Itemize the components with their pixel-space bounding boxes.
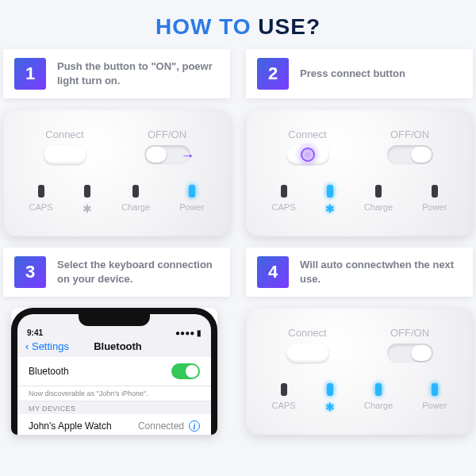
bluetooth-icon: ✱ xyxy=(325,202,335,215)
caps-indicator: CAPS xyxy=(29,185,53,215)
bluetooth-indicator: ✱ xyxy=(325,185,335,215)
connect-label: Connect xyxy=(286,327,329,339)
connect-button[interactable] xyxy=(286,344,329,363)
power-control: OFF/ON → xyxy=(144,129,190,164)
step-4-text: Will auto connectwhen the next use. xyxy=(300,258,462,286)
step-number-3: 3 xyxy=(14,256,46,288)
power-indicator: Power xyxy=(422,185,447,215)
phone-frame xyxy=(11,308,217,435)
title-part1: HOW TO xyxy=(155,14,258,39)
power-switch[interactable]: → xyxy=(144,145,190,164)
title-part2: USE? xyxy=(258,14,321,39)
arrow-right-icon: → xyxy=(181,148,195,164)
connect-label: Connect xyxy=(44,129,86,140)
bluetooth-indicator: ✱ xyxy=(83,185,92,215)
connect-label: Connect xyxy=(286,129,329,140)
charge-indicator: Charge xyxy=(364,185,393,215)
device-panel-step4: Connect OFF/ON CAPS ✱ Charge Power xyxy=(246,308,473,435)
connect-button[interactable] xyxy=(44,145,86,164)
power-indicator: Power xyxy=(422,383,447,413)
page-title: HOW TO USE? xyxy=(0,0,476,49)
connect-control: Connect xyxy=(44,129,86,164)
step-3-header: 3 Select the keyboard connection on your… xyxy=(3,248,230,297)
power-indicator: Power xyxy=(179,185,204,215)
connect-button-pressed[interactable] xyxy=(286,145,329,164)
power-switch-on[interactable] xyxy=(387,344,433,363)
charge-indicator: Charge xyxy=(121,185,150,215)
steps-grid: 1 Push the button to "ON", poewr light t… xyxy=(0,49,476,435)
offon-label: OFF/ON xyxy=(387,327,433,339)
step-1-header: 1 Push the button to "ON", poewr light t… xyxy=(3,49,230,98)
step-number-4: 4 xyxy=(257,256,289,288)
bluetooth-icon: ✱ xyxy=(325,401,335,413)
caps-indicator: CAPS xyxy=(272,185,296,215)
charge-indicator: Charge xyxy=(364,383,393,413)
step-number-2: 2 xyxy=(257,58,289,90)
bluetooth-indicator: ✱ xyxy=(325,383,335,413)
offon-label: OFF/ON xyxy=(144,129,190,140)
step-4-header: 4 Will auto connectwhen the next use. xyxy=(246,248,473,297)
bluetooth-icon: ✱ xyxy=(83,202,92,215)
connect-control: Connect xyxy=(286,129,329,164)
phone-notch xyxy=(79,313,150,326)
device-panel-step2: Connect OFF/ON CAPS ✱ Charge Power xyxy=(246,109,473,236)
offon-label: OFF/ON xyxy=(387,129,433,140)
step-number-1: 1 xyxy=(14,58,46,90)
device-panel-step1: Connect OFF/ON → CAPS ✱ Charge Power xyxy=(3,109,230,236)
connect-control: Connect xyxy=(286,327,329,363)
step-2-text: Press connect button xyxy=(300,67,405,81)
caps-indicator: CAPS xyxy=(272,383,296,413)
power-switch-on[interactable] xyxy=(387,145,433,164)
power-control: OFF/ON xyxy=(387,129,433,164)
step-2-header: 2 Press connect button xyxy=(246,49,473,98)
phone-mockup: 9:41 ●●●● ▮ ‹ Settings Bluetooth Bluetoo… xyxy=(11,308,217,435)
step-3-text: Select the keyboard connection on your d… xyxy=(57,258,219,286)
step-1-text: Push the button to "ON", poewr light tur… xyxy=(57,60,219,87)
power-control: OFF/ON xyxy=(387,327,433,363)
